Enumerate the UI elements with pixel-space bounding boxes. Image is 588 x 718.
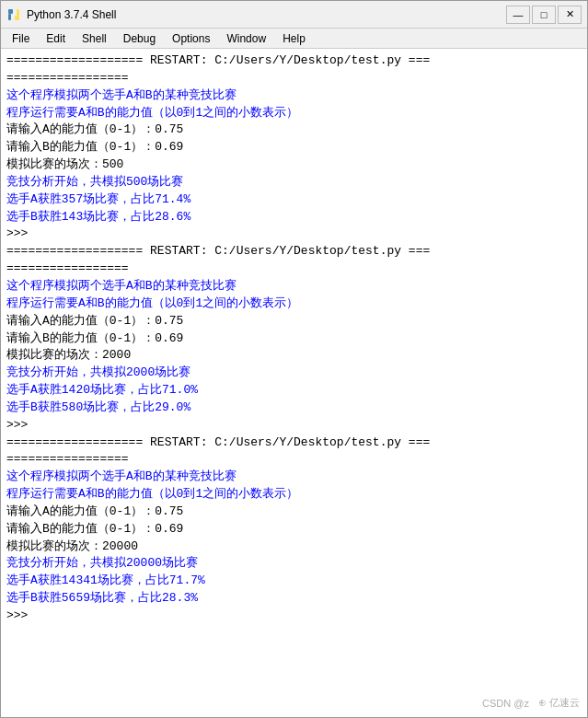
window-title: Python 3.7.4 Shell [27, 8, 116, 21]
menu-window[interactable]: Window [219, 30, 273, 47]
output-line-2-3: 请输入A的能力值（0-1）：0.75 [6, 313, 582, 330]
output-line-3-3: 请输入A的能力值（0-1）：0.75 [6, 504, 582, 521]
menu-options[interactable]: Options [165, 30, 217, 47]
output-line-2-8: 选手B获胜580场比赛，占比29.0% [6, 400, 582, 417]
title-bar-left: Python 3.7.4 Shell [6, 7, 116, 22]
menu-bar: File Edit Shell Debug Options Window Hel… [1, 29, 587, 49]
prompt-1: >>> [6, 226, 582, 243]
restart-line-2: =================== RESTART: C:/Users/Y/… [6, 243, 582, 261]
output-line-2-5: 模拟比赛的场次：2000 [6, 347, 582, 365]
output-line-3-5: 模拟比赛的场次：20000 [6, 538, 582, 556]
restart-line-1: =================== RESTART: C:/Users/Y/… [6, 52, 582, 70]
output-line-3-2: 程序运行需要A和B的能力值（以0到1之间的小数表示） [6, 486, 582, 504]
svg-rect-3 [17, 9, 19, 16]
output-line-1-1: 这个程序模拟两个选手A和B的某种竞技比赛 [6, 87, 582, 105]
main-window: Python 3.7.4 Shell — □ ✕ File Edit Shell… [0, 0, 588, 718]
output-line-1-3: 请输入A的能力值（0-1）：0.75 [6, 122, 582, 139]
watermark-csdn: CSDN @z [482, 698, 529, 709]
divider-line-3: ================= [6, 451, 582, 469]
menu-debug[interactable]: Debug [116, 30, 163, 47]
close-button[interactable]: ✕ [558, 6, 582, 24]
restart-line-3: =================== RESTART: C:/Users/Y/… [6, 434, 582, 452]
output-line-1-2: 程序运行需要A和B的能力值（以0到1之间的小数表示） [6, 105, 582, 122]
divider-line-1: ================= [6, 70, 582, 87]
output-line-2-4: 请输入B的能力值（0-1）：0.69 [6, 330, 582, 348]
output-line-1-5: 模拟比赛的场次：500 [6, 156, 582, 174]
divider-line-2: ================= [6, 261, 582, 278]
output-line-2-1: 这个程序模拟两个选手A和B的某种竞技比赛 [6, 278, 582, 295]
shell-content[interactable]: =================== RESTART: C:/Users/Y/… [1, 49, 587, 717]
shell-wrapper: =================== RESTART: C:/Users/Y/… [1, 49, 587, 717]
svg-rect-0 [8, 9, 13, 14]
prompt-3: >>> [6, 608, 582, 625]
title-bar-controls: — □ ✕ [506, 6, 582, 24]
output-line-3-1: 这个程序模拟两个选手A和B的某种竞技比赛 [6, 469, 582, 486]
output-line-2-2: 程序运行需要A和B的能力值（以0到1之间的小数表示） [6, 295, 582, 313]
menu-edit[interactable]: Edit [39, 30, 73, 47]
menu-shell[interactable]: Shell [75, 30, 114, 47]
output-line-2-6: 竞技分析开始，共模拟2000场比赛 [6, 365, 582, 382]
output-line-3-4: 请输入B的能力值（0-1）：0.69 [6, 521, 582, 538]
svg-rect-1 [15, 16, 19, 20]
output-line-1-6: 竞技分析开始，共模拟500场比赛 [6, 174, 582, 191]
title-bar: Python 3.7.4 Shell — □ ✕ [1, 1, 587, 29]
output-line-1-7: 选手A获胜357场比赛，占比71.4% [6, 191, 582, 209]
watermark-yisu: ⊕ 亿速云 [538, 696, 580, 710]
output-line-1-8: 选手B获胜143场比赛，占比28.6% [6, 209, 582, 226]
output-line-1-4: 请输入B的能力值（0-1）：0.69 [6, 139, 582, 156]
svg-rect-2 [8, 14, 11, 20]
watermark: CSDN @z ⊕ 亿速云 [482, 696, 580, 710]
python-icon [6, 7, 21, 22]
output-line-3-8: 选手B获胜5659场比赛，占比28.3% [6, 590, 582, 608]
output-line-3-7: 选手A获胜14341场比赛，占比71.7% [6, 573, 582, 590]
maximize-button[interactable]: □ [532, 6, 556, 24]
minimize-button[interactable]: — [506, 6, 530, 24]
output-line-2-7: 选手A获胜1420场比赛，占比71.0% [6, 382, 582, 400]
output-line-3-6: 竞技分析开始，共模拟20000场比赛 [6, 555, 582, 573]
menu-file[interactable]: File [5, 30, 37, 47]
prompt-2: >>> [6, 417, 582, 434]
menu-help[interactable]: Help [275, 30, 313, 47]
